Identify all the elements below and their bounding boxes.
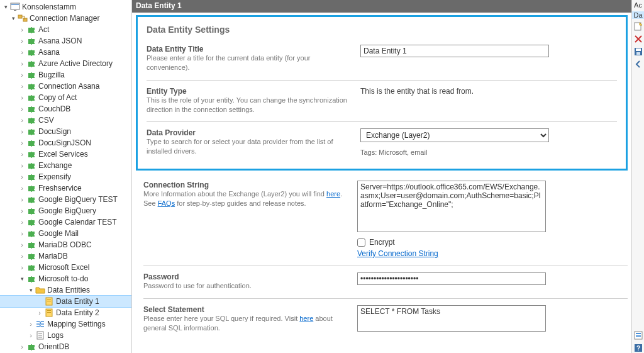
- help-icon[interactable]: ?: [633, 343, 643, 353]
- tree-data-entity-1[interactable]: Data Entity 1: [0, 296, 131, 307]
- select-stmt-label: Select Statement: [143, 305, 345, 314]
- puzzle-icon: [26, 92, 36, 103]
- expand-icon[interactable]: [18, 139, 26, 147]
- tree-item[interactable]: Asana: [0, 47, 131, 58]
- expand-icon[interactable]: [18, 241, 26, 249]
- expand-icon[interactable]: [18, 105, 26, 113]
- new-icon[interactable]: [633, 21, 643, 31]
- save-icon[interactable]: [633, 47, 643, 57]
- expand-icon[interactable]: [18, 276, 26, 282]
- data-provider-select[interactable]: Exchange (Layer2): [360, 128, 549, 142]
- tree-item[interactable]: Google BigQuery: [0, 205, 131, 216]
- expand-icon[interactable]: [18, 207, 26, 215]
- expand-icon[interactable]: [18, 196, 26, 203]
- tree-item-microsoft-todo[interactable]: Microsoft to-do: [0, 273, 131, 284]
- tree-item[interactable]: Microsoft Excel: [0, 262, 131, 273]
- tree-item[interactable]: CouchDB: [0, 103, 131, 115]
- verify-conn-link[interactable]: Verify Connection String: [357, 249, 438, 258]
- password-input[interactable]: [357, 272, 546, 285]
- expand-icon[interactable]: [18, 252, 26, 260]
- expand-icon[interactable]: [18, 71, 26, 79]
- expand-icon[interactable]: [18, 82, 26, 90]
- connection-manager-icon: [18, 13, 28, 23]
- puzzle-icon: [26, 183, 36, 193]
- tree-item[interactable]: Google Calendar TEST: [0, 216, 131, 228]
- expand-icon[interactable]: [35, 309, 44, 317]
- right-tab-ac[interactable]: Ac: [633, 1, 644, 9]
- tree-item[interactable]: Freshservice: [0, 182, 131, 194]
- expand-icon[interactable]: [9, 15, 18, 21]
- tree-item[interactable]: CSV: [0, 115, 131, 126]
- puzzle-icon: [26, 194, 36, 205]
- tree-item[interactable]: MariaDB ODBC: [0, 239, 131, 250]
- tree-item[interactable]: MariaDB: [0, 250, 131, 262]
- expand-icon[interactable]: [26, 320, 35, 328]
- tree-item[interactable]: Azure Active Directory: [0, 58, 131, 69]
- tree-connection-manager[interactable]: Connection Manager: [0, 13, 131, 24]
- folder-icon: [35, 285, 45, 295]
- entity-icon: [44, 296, 54, 306]
- tree-item-label: Logs: [47, 331, 64, 340]
- tree-item[interactable]: OrientDB: [0, 341, 131, 352]
- expand-icon[interactable]: [18, 230, 26, 237]
- tree-logs[interactable]: Logs: [0, 330, 131, 341]
- tree-item[interactable]: Google BigQuery TEST: [0, 194, 131, 205]
- tree-item-label: Google BigQuery: [38, 206, 96, 215]
- console-icon: [10, 2, 20, 12]
- tree-item[interactable]: Connection Asana: [0, 81, 131, 92]
- tree-item[interactable]: DocuSign: [0, 126, 131, 137]
- properties-icon[interactable]: [633, 330, 643, 340]
- right-strip: Ac Da ?: [631, 0, 644, 353]
- entity-title-input[interactable]: [360, 45, 549, 57]
- expand-icon[interactable]: [18, 116, 26, 124]
- tree-item[interactable]: Copy of Act: [0, 92, 131, 103]
- puzzle-icon: [26, 115, 36, 125]
- tree-data-entities[interactable]: Data Entities: [0, 284, 131, 296]
- delete-icon[interactable]: [633, 34, 643, 44]
- svg-text:?: ?: [636, 345, 640, 352]
- conn-faqs-link[interactable]: FAQs: [158, 199, 175, 207]
- expand-icon[interactable]: [18, 37, 26, 45]
- expand-icon[interactable]: [18, 26, 26, 33]
- tree-item-label: Google Mail: [38, 229, 79, 238]
- expand-icon[interactable]: [1, 4, 10, 10]
- svg-rect-7: [47, 301, 51, 301]
- tree-item[interactable]: DocuSignJSON: [0, 137, 131, 148]
- expand-icon[interactable]: [18, 343, 26, 350]
- password-desc: Password to use for authentication.: [143, 281, 345, 291]
- right-tab-da[interactable]: Da: [632, 11, 644, 19]
- conn-here-link[interactable]: here: [326, 190, 340, 198]
- select-stmt-textarea[interactable]: [357, 305, 546, 332]
- tree-mapping-settings[interactable]: Mapping Settings: [0, 318, 131, 330]
- conn-string-textarea[interactable]: [357, 181, 546, 232]
- expand-icon[interactable]: [18, 162, 26, 169]
- tree-item-label: DocuSign: [38, 127, 71, 136]
- section-title: Data Entity Settings: [147, 25, 617, 35]
- back-icon[interactable]: [633, 59, 643, 69]
- tree-item[interactable]: Bugzilla: [0, 69, 131, 81]
- select-here-link[interactable]: here: [299, 315, 313, 322]
- expand-icon[interactable]: [18, 150, 26, 158]
- encrypt-checkbox[interactable]: [357, 238, 365, 247]
- expand-icon[interactable]: [18, 128, 26, 135]
- svg-rect-9: [47, 310, 51, 311]
- tree-data-entity-2[interactable]: Data Entity 2: [0, 307, 131, 318]
- tree-item[interactable]: Excel Services: [0, 148, 131, 160]
- tree-item[interactable]: Exchange: [0, 160, 131, 171]
- tree-item-label: Freshservice: [38, 184, 82, 193]
- tree-item[interactable]: Google Mail: [0, 228, 131, 239]
- tree-view[interactable]: Konsolenstamm Connection Manager ActAsan…: [0, 0, 132, 353]
- tree-item[interactable]: Expensify: [0, 171, 131, 182]
- expand-icon[interactable]: [18, 218, 26, 226]
- expand-icon[interactable]: [18, 264, 26, 271]
- expand-icon[interactable]: [18, 173, 26, 181]
- tree-root[interactable]: Konsolenstamm: [0, 1, 131, 13]
- expand-icon[interactable]: [18, 60, 26, 67]
- expand-icon[interactable]: [18, 48, 26, 56]
- tree-item[interactable]: Act: [0, 24, 131, 35]
- tree-item[interactable]: Asana JSON: [0, 35, 131, 47]
- expand-icon[interactable]: [26, 287, 35, 293]
- expand-icon[interactable]: [18, 94, 26, 101]
- expand-icon[interactable]: [18, 184, 26, 192]
- expand-icon[interactable]: [26, 332, 35, 339]
